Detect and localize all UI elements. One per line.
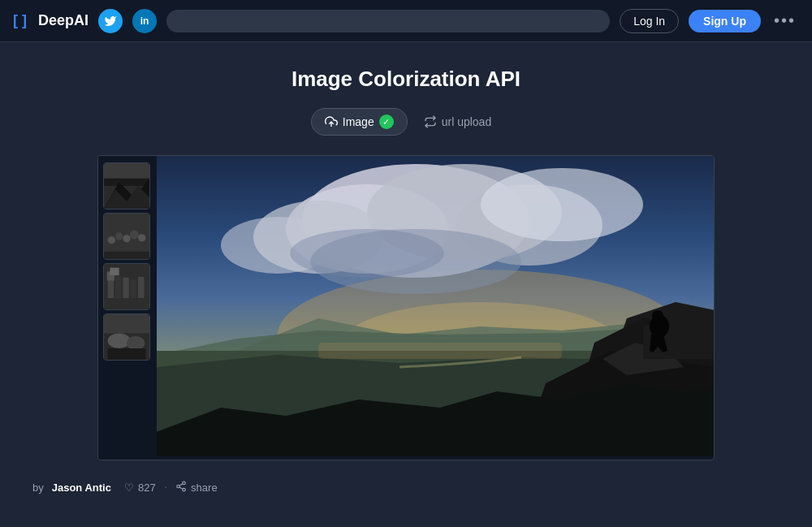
main-image[interactable] [157, 156, 714, 460]
svg-rect-14 [108, 279, 114, 298]
image-area [97, 155, 715, 460]
upload-icon [325, 115, 338, 128]
check-icon: ✓ [382, 117, 390, 127]
thumbnails-panel [98, 156, 157, 460]
linkedin-label: in [140, 15, 149, 27]
thumbnail-2[interactable] [103, 213, 150, 260]
svg-rect-18 [110, 268, 119, 275]
svg-point-37 [290, 229, 444, 278]
svg-rect-20 [138, 277, 144, 298]
svg-rect-19 [131, 279, 136, 298]
url-icon [424, 115, 437, 128]
navbar: [ ] DeepAI in Log In Sign Up ••• [0, 0, 812, 42]
svg-rect-25 [104, 314, 149, 333]
page-title: Image Colorization API [292, 67, 520, 92]
linkedin-icon[interactable]: in [132, 9, 157, 33]
likes-count: 827 [138, 482, 156, 494]
svg-point-22 [108, 333, 131, 348]
share-icon [175, 481, 187, 495]
svg-rect-3 [104, 163, 149, 179]
search-input[interactable] [166, 10, 610, 32]
tab-image[interactable]: Image ✓ [311, 108, 408, 136]
svg-rect-17 [123, 278, 128, 298]
svg-rect-51 [318, 343, 562, 359]
thumbnail-1[interactable] [103, 162, 150, 210]
footer-dot: · [164, 480, 167, 495]
logo-bracket: [ ] [13, 12, 27, 29]
svg-point-52 [183, 482, 186, 485]
thumbnail-4[interactable] [103, 313, 150, 361]
footer-share[interactable]: share [175, 481, 218, 495]
tabs-container: Image ✓ url upload [311, 108, 501, 136]
tab-image-label: Image [343, 115, 374, 128]
svg-point-34 [481, 168, 643, 241]
tab-url[interactable]: url upload [414, 110, 502, 134]
more-button[interactable]: ••• [771, 11, 799, 30]
svg-point-8 [115, 232, 123, 240]
svg-point-49 [652, 310, 663, 322]
svg-rect-16 [115, 275, 121, 298]
footer-likes[interactable]: ♡ 827 [124, 482, 156, 494]
main-content: Image Colorization API Image ✓ url uploa… [0, 42, 812, 527]
footer-author[interactable]: Jason Antic [52, 482, 111, 494]
svg-line-55 [179, 486, 183, 488]
logo-text: DeepAI [38, 12, 89, 29]
check-badge: ✓ [379, 114, 394, 129]
twitter-icon[interactable] [98, 9, 123, 33]
svg-point-53 [177, 485, 180, 488]
svg-point-7 [108, 236, 115, 244]
svg-point-11 [138, 234, 145, 241]
footer: by Jason Antic ♡ 827 · share [16, 469, 796, 506]
tab-url-label: url upload [442, 115, 492, 128]
svg-line-56 [179, 483, 183, 485]
svg-point-9 [123, 235, 130, 242]
heart-icon: ♡ [124, 482, 134, 494]
signup-button[interactable]: Sign Up [689, 10, 761, 32]
login-button[interactable]: Log In [620, 9, 679, 33]
svg-rect-12 [104, 252, 149, 259]
svg-point-10 [130, 231, 139, 240]
thumbnail-3[interactable] [103, 263, 150, 310]
svg-point-54 [183, 488, 186, 491]
svg-point-23 [127, 336, 145, 350]
share-label: share [191, 482, 218, 494]
footer-by-label: by [32, 482, 44, 494]
svg-rect-24 [108, 348, 146, 360]
